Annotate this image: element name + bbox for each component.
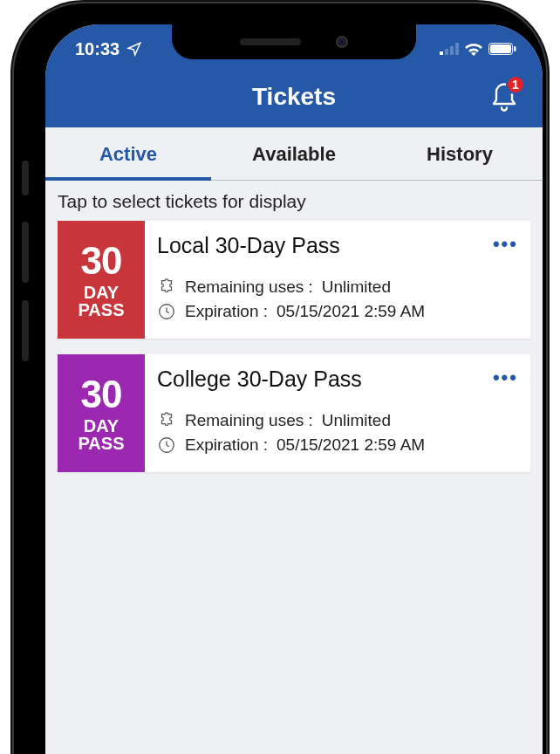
expiration-label: Expiration : [185, 302, 268, 321]
ticket-body: Local 30-Day Pass Remaining uses : Unlim… [145, 221, 530, 339]
status-time: 10:33 [75, 39, 120, 59]
ticket-card[interactable]: 30 DAY PASS College 30-Day Pass Remainin… [58, 354, 530, 472]
svg-rect-6 [514, 46, 516, 51]
tab-bar: Active Available History [45, 127, 543, 181]
more-options-button[interactable]: ••• [493, 233, 518, 256]
phone-frame: 10:33 Tickets 1 Active Available [14, 3, 546, 754]
notifications-button[interactable]: 1 [488, 79, 520, 113]
remaining-value: Unlimited [322, 411, 391, 430]
expiration-value: 05/15/2021 2:59 AM [277, 435, 425, 455]
svg-rect-0 [440, 51, 443, 55]
clock-icon [157, 302, 176, 321]
battery-icon [488, 43, 516, 55]
svg-rect-1 [445, 49, 448, 55]
svg-rect-2 [450, 46, 454, 55]
ticket-card[interactable]: 30 DAY PASS Local 30-Day Pass Remaining … [58, 221, 530, 339]
wifi-icon [464, 42, 483, 56]
instruction-text: Tap to select tickets for display [45, 181, 543, 221]
cellular-icon [440, 43, 459, 55]
expiration-value: 05/15/2021 2:59 AM [277, 302, 425, 321]
remaining-label: Remaining uses : [185, 278, 313, 297]
ticket-title: College 30-Day Pass [157, 367, 523, 392]
more-options-button[interactable]: ••• [493, 367, 518, 389]
ticket-list: 30 DAY PASS Local 30-Day Pass Remaining … [45, 221, 543, 472]
pass-line2: DAY [84, 284, 119, 301]
page-title: Tickets [252, 83, 336, 111]
pass-line3: PASS [79, 435, 125, 452]
remaining-row: Remaining uses : Unlimited [157, 278, 523, 297]
expiration-row: Expiration : 05/15/2021 2:59 AM [157, 302, 523, 321]
app-bar: Tickets 1 [45, 66, 543, 127]
remaining-value: Unlimited [322, 278, 391, 297]
remaining-label: Remaining uses : [185, 411, 313, 430]
status-right [440, 42, 516, 56]
puzzle-icon [157, 411, 176, 430]
expiration-label: Expiration : [185, 435, 268, 455]
pass-line2: DAY [84, 417, 119, 435]
pass-line3: PASS [79, 301, 125, 319]
volume-down-button [22, 300, 29, 361]
tab-active[interactable]: Active [45, 127, 211, 180]
svg-rect-3 [455, 43, 459, 55]
tab-history[interactable]: History [377, 127, 543, 180]
ticket-title: Local 30-Day Pass [157, 233, 523, 258]
screen: 10:33 Tickets 1 Active Available [45, 24, 543, 754]
notification-badge: 1 [506, 75, 525, 94]
tab-available[interactable]: Available [211, 127, 377, 180]
speaker [240, 38, 301, 45]
pass-number: 30 [81, 375, 122, 414]
status-left: 10:33 [75, 39, 142, 59]
volume-up-button [22, 222, 29, 283]
svg-rect-5 [490, 45, 511, 53]
mute-switch [22, 161, 29, 195]
pass-badge: 30 DAY PASS [58, 221, 145, 339]
ticket-body: College 30-Day Pass Remaining uses : Unl… [145, 354, 530, 472]
clock-icon [157, 435, 176, 455]
location-icon [126, 41, 142, 57]
notch [172, 24, 416, 59]
remaining-row: Remaining uses : Unlimited [157, 411, 523, 430]
puzzle-icon [157, 278, 176, 297]
expiration-row: Expiration : 05/15/2021 2:59 AM [157, 435, 523, 455]
pass-number: 30 [81, 242, 122, 280]
pass-badge: 30 DAY PASS [58, 354, 145, 472]
front-camera [336, 36, 348, 48]
